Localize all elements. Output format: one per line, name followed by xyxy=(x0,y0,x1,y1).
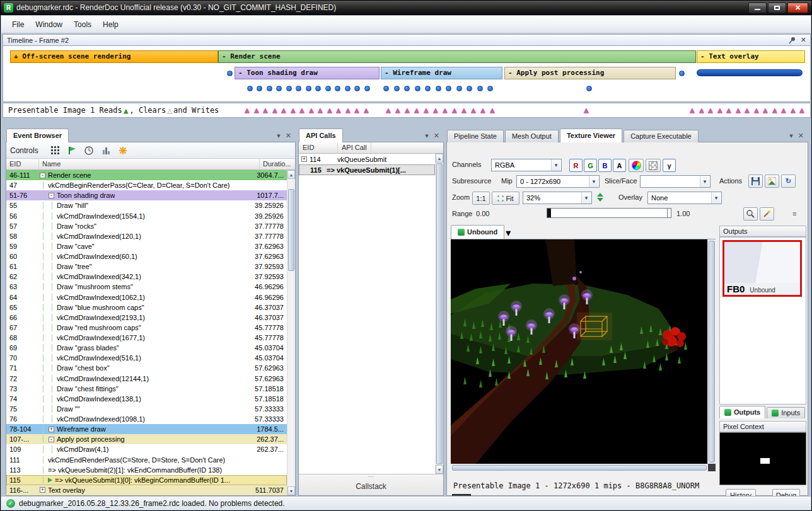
write-triangle-icon[interactable]: ▲ xyxy=(461,106,467,114)
event-dot[interactable] xyxy=(456,86,462,91)
mip-select[interactable]: 0 - 1272x690▾ xyxy=(516,175,600,188)
event-dot[interactable] xyxy=(404,86,410,91)
api-call-row[interactable]: 115 => vkQueueSubmit(1)[... xyxy=(299,164,435,175)
event-row[interactable]: 74 vkCmdDrawIndexed(138,1) 57.18518 xyxy=(6,394,287,404)
timeline-bar[interactable]: - Wireframe draw xyxy=(381,67,502,79)
tab-event-browser[interactable]: Event Browser xyxy=(6,129,69,142)
event-row[interactable]: 111 vkCmdEndRenderPass(C=Store, D=Store,… xyxy=(6,455,287,465)
tree-expander-icon[interactable]: - xyxy=(49,437,54,442)
api-call-row[interactable]: + 114 vkQueueSubmit xyxy=(299,154,435,164)
event-dot[interactable] xyxy=(247,86,253,91)
texture-list-icon[interactable]: ▾ xyxy=(506,227,511,238)
event-dot[interactable] xyxy=(487,86,493,91)
scrollbar-thumb[interactable] xyxy=(709,241,715,462)
event-dot[interactable] xyxy=(467,86,472,91)
write-triangle-icon[interactable]: ▲ xyxy=(699,106,704,114)
right-panel-tab[interactable]: Capture Executable xyxy=(624,130,699,142)
event-row[interactable]: 113 => vkQueueSubmit(2)[1]: vkEndCommand… xyxy=(6,465,287,475)
export-button[interactable] xyxy=(765,175,779,188)
timeline-bar[interactable]: - Text overlay xyxy=(697,50,805,63)
event-row[interactable]: 56 vkCmdDrawIndexed(1554,1) 39.25926 xyxy=(6,211,287,221)
flag-icon[interactable] xyxy=(67,145,78,156)
event-row[interactable]: 71 Draw "chest box" 57.62963 xyxy=(6,363,287,373)
write-triangle-icon[interactable]: ▲ xyxy=(414,106,419,114)
channels-select[interactable]: RGBA▾ xyxy=(491,159,562,171)
write-triangle-icon[interactable]: ▲ xyxy=(354,106,359,114)
timeline-bar[interactable]: - Apply post processing xyxy=(504,67,676,79)
tab-api-calls[interactable]: API Calls xyxy=(299,129,343,142)
event-row[interactable]: 69 Draw "grass blades" 45.03704 xyxy=(6,343,287,353)
write-triangle-icon[interactable]: ▲ xyxy=(291,106,296,114)
write-triangle-icon[interactable]: ▲ xyxy=(245,106,250,114)
callstack-section[interactable]: ⋯ Callstack xyxy=(299,474,443,495)
zoom-1to1-button[interactable]: 1:1 xyxy=(472,192,490,205)
write-triangle-icon[interactable]: ▲ xyxy=(272,106,277,114)
scrollbar-thumb[interactable] xyxy=(436,163,443,464)
write-triangle-icon[interactable]: ▲ xyxy=(443,106,448,114)
event-row[interactable]: 60 vkCmdDrawIndexed(60,1) 37.62963 xyxy=(6,251,287,261)
tree-expander-icon[interactable]: + xyxy=(301,156,307,162)
range-slider[interactable] xyxy=(547,208,671,218)
flip-y-button[interactable] xyxy=(597,193,603,202)
write-triangle-icon[interactable]: ▲ xyxy=(254,106,259,114)
bar-chart-icon[interactable] xyxy=(101,145,112,156)
titlebar[interactable]: R debugmarker.rdc - RenderDoc Unofficial… xyxy=(1,1,811,15)
scroll-up-icon[interactable]: ▲ xyxy=(287,170,295,179)
event-row[interactable]: 46-111 - Render scene 3064.7... xyxy=(6,170,287,180)
column-name[interactable]: Name xyxy=(39,159,260,169)
event-browser-scrollbar[interactable]: ▲ ▼ xyxy=(287,170,295,495)
splitter-grip-icon[interactable]: ⋯ xyxy=(299,474,443,479)
overlay-select[interactable]: None▾ xyxy=(647,192,722,204)
event-dot[interactable] xyxy=(364,86,370,91)
event-row[interactable]: 58 vkCmdDrawIndexed(120,1) 37.77778 xyxy=(6,231,287,241)
event-row[interactable]: 107-... - Apply post processing 262.37..… xyxy=(6,434,287,444)
autofit-button[interactable] xyxy=(760,207,774,221)
panel-menu-icon[interactable]: ▾ xyxy=(425,132,429,140)
write-triangle-icon[interactable]: ▲ xyxy=(452,106,457,114)
event-row[interactable]: 116-... + Text overlay 511.7037 xyxy=(6,485,287,495)
event-row[interactable]: 55 Draw "hill" 39.25926 xyxy=(6,200,287,210)
event-row[interactable]: 65 Draw "blue mushroom caps" 46.37037 xyxy=(6,302,287,313)
texture-display-area[interactable] xyxy=(451,239,716,471)
write-triangle-icon[interactable]: ▲ xyxy=(736,106,741,114)
alpha-background-button[interactable] xyxy=(646,159,661,172)
write-triangle-icon[interactable]: ▲ xyxy=(281,106,286,114)
tree-expander-icon[interactable]: - xyxy=(49,193,54,198)
write-triangle-icon[interactable]: ▲ xyxy=(791,106,796,114)
write-triangle-icon[interactable]: ▲ xyxy=(395,106,400,114)
event-dot[interactable] xyxy=(383,86,389,91)
channel-toggle-button[interactable]: R xyxy=(569,159,583,172)
event-dot[interactable] xyxy=(477,86,483,91)
write-triangle-icon[interactable]: ▲ xyxy=(364,106,369,114)
thumbnail-tab[interactable]: Outputs xyxy=(719,406,765,418)
event-dot[interactable] xyxy=(446,86,451,91)
event-row[interactable]: 68 vkCmdDrawIndexed(1677,1) 45.77778 xyxy=(6,333,287,343)
write-triangle-icon[interactable]: ▲ xyxy=(480,106,485,114)
menu-item[interactable]: Tools xyxy=(68,18,97,32)
texture-horizontal-scrollbar[interactable] xyxy=(451,464,708,471)
write-triangle-icon[interactable]: ▲ xyxy=(690,106,695,114)
event-row[interactable]: 75 Draw "" 57.33333 xyxy=(6,404,287,414)
event-dot[interactable] xyxy=(345,86,351,91)
event-dot[interactable] xyxy=(257,86,262,91)
draw-range-pill[interactable] xyxy=(697,69,803,76)
write-triangle-icon[interactable]: ▲ xyxy=(336,106,341,114)
scrollbar-thumb[interactable] xyxy=(288,189,294,271)
write-triangle-icon[interactable]: ▲ xyxy=(471,106,476,114)
event-row[interactable]: 67 Draw "red mushroom caps" 45.77778 xyxy=(6,323,287,333)
event-row[interactable]: 66 vkCmdDrawIndexed(2193,1) 46.37037 xyxy=(6,313,287,323)
event-dot[interactable] xyxy=(276,86,282,91)
write-triangle-icon[interactable]: ▲ xyxy=(772,106,777,114)
write-triangle-icon[interactable]: ▲ xyxy=(726,106,731,114)
clock-icon[interactable] xyxy=(84,145,95,156)
event-row[interactable]: 51-76 - Toon shading draw 1017.7... xyxy=(6,190,287,200)
star-icon[interactable] xyxy=(118,145,129,156)
texture-vertical-scrollbar[interactable] xyxy=(707,239,716,464)
event-row[interactable]: 57 Draw "rocks" 37.77778 xyxy=(6,221,287,231)
range-min-value[interactable]: 0.00 xyxy=(476,210,489,217)
refresh-button[interactable]: ↻ xyxy=(781,175,796,188)
fb0-thumbnail[interactable]: FB0 Unbound xyxy=(722,240,802,297)
event-row[interactable]: 115 => vkQueueSubmit(1)[0]: vkBeginComma… xyxy=(6,475,287,485)
event-dot[interactable] xyxy=(296,86,301,91)
scroll-up-icon[interactable]: ▲ xyxy=(436,154,443,163)
